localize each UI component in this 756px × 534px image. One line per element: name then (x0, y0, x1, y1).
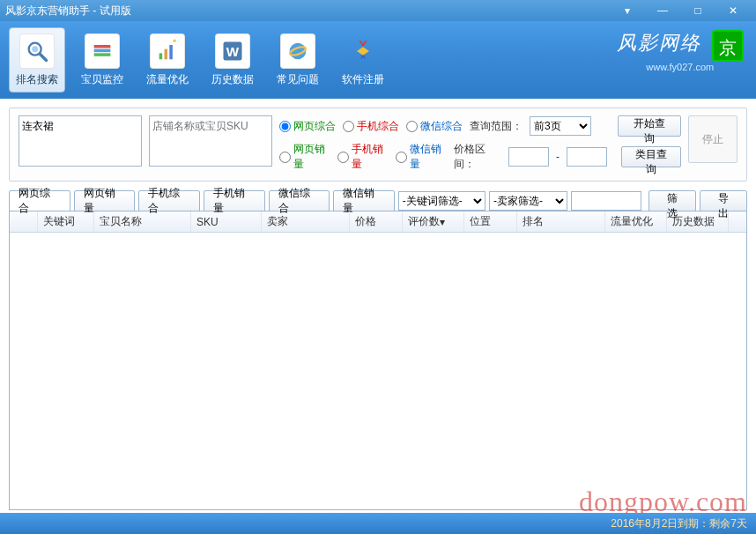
radio-web-comprehensive[interactable]: 网页综合 (279, 119, 336, 134)
chart-icon (150, 33, 185, 69)
tool-rank-search[interactable]: 排名搜索 (9, 27, 65, 93)
tab-web-sales[interactable]: 网页销量 (74, 190, 136, 211)
price-range-label: 价格区间： (454, 142, 501, 172)
tool-register[interactable]: 软件注册 (335, 27, 391, 93)
tool-label: 历史数据 (211, 72, 254, 87)
radio-web-sales[interactable]: 网页销量 (279, 142, 330, 172)
radio-wechat-comprehensive[interactable]: 微信综合 (406, 119, 463, 134)
svg-rect-3 (94, 45, 111, 48)
svg-marker-16 (357, 47, 369, 55)
th-blank[interactable] (10, 211, 38, 232)
radio-wechat-sales[interactable]: 微信销量 (396, 142, 447, 172)
status-text: 2016年8月2日到期：剩余7天 (611, 516, 747, 531)
tab-mobile-comprehensive[interactable]: 手机综合 (138, 190, 200, 211)
content-area: 连衣裙 网页综合 手机综合 微信综合 查询范围： 前3页 开始查询 网页销量 手… (0, 99, 756, 519)
sort-icon: ▾ (440, 216, 445, 228)
th-price[interactable]: 价格 (350, 211, 403, 232)
svg-rect-7 (165, 48, 168, 59)
th-seller[interactable]: 卖家 (262, 211, 350, 232)
status-bar: 2016年8月2日到期：剩余7天 (0, 513, 756, 534)
filter-panel: 连衣裙 网页综合 手机综合 微信综合 查询范围： 前3页 开始查询 网页销量 手… (9, 108, 747, 182)
book-icon (85, 33, 120, 69)
svg-rect-5 (94, 53, 111, 56)
th-history[interactable]: 历史数据 (667, 211, 729, 232)
tool-monitor[interactable]: 宝贝监控 (74, 27, 130, 93)
tool-label: 软件注册 (342, 72, 384, 87)
th-position[interactable]: 位置 (464, 211, 517, 232)
close-button[interactable]: ✕ (715, 2, 751, 19)
window-title: 风影京东营销助手 - 试用版 (5, 4, 610, 19)
range-select[interactable]: 前3页 (530, 116, 591, 136)
table-header: 关键词 宝贝名称 SKU 卖家 价格 评价数▾ 位置 排名 流量优化 历史数据 (10, 211, 746, 233)
brand-badge-icon: 京 (712, 30, 744, 62)
radio-mobile-sales[interactable]: 手机销量 (337, 142, 389, 172)
svg-text:W: W (226, 43, 240, 58)
dash-label: - (556, 151, 560, 163)
category-query-button[interactable]: 类目查询 (621, 146, 681, 167)
tabs-row: 网页综合 网页销量 手机综合 手机销量 微信综合 微信销量 -关键词筛选- -卖… (9, 190, 747, 211)
filter-text-input[interactable] (571, 191, 641, 211)
svg-rect-8 (169, 45, 173, 59)
tool-label: 排名搜索 (16, 72, 58, 87)
price-min-input[interactable] (508, 147, 549, 167)
tool-label: 流量优化 (146, 72, 189, 87)
brand-name: 风影网络 (617, 32, 701, 54)
ribbon-toolbar: 排名搜索 宝贝监控 流量优化 W 历史数据 常见问题 软件注册 风影网络 京 w… (0, 21, 756, 99)
tab-mobile-sales[interactable]: 手机销量 (204, 190, 265, 211)
shop-sku-input[interactable] (149, 115, 272, 167)
medal-icon (345, 33, 381, 69)
th-keyword[interactable]: 关键词 (38, 211, 94, 232)
title-bar: 风影京东营销助手 - 试用版 ▾ — □ ✕ (0, 0, 756, 21)
radio-mobile-comprehensive[interactable]: 手机综合 (343, 119, 399, 134)
ie-icon (280, 33, 315, 69)
filter-button[interactable]: 筛选 (649, 190, 696, 211)
th-item-name[interactable]: 宝贝名称 (94, 211, 191, 232)
tool-label: 宝贝监控 (81, 72, 123, 87)
tab-web-comprehensive[interactable]: 网页综合 (9, 190, 70, 211)
magnifier-icon (19, 33, 55, 69)
th-traffic-opt[interactable]: 流量优化 (605, 211, 667, 232)
svg-rect-4 (94, 48, 111, 52)
tool-label: 常见问题 (277, 72, 319, 87)
start-query-button[interactable]: 开始查询 (618, 115, 681, 137)
export-button[interactable]: 导出 (700, 190, 747, 211)
results-table: 关键词 宝贝名称 SKU 卖家 价格 评价数▾ 位置 排名 流量优化 历史数据 (9, 211, 747, 510)
dropdown-button[interactable]: ▾ (610, 2, 645, 19)
price-max-input[interactable] (567, 147, 607, 167)
tool-faq[interactable]: 常见问题 (270, 27, 326, 93)
keyword-filter-select[interactable]: -关键词筛选- (398, 191, 485, 211)
svg-marker-9 (173, 39, 177, 42)
keyword-input[interactable]: 连衣裙 (19, 115, 142, 167)
th-reviews[interactable]: 评价数▾ (403, 211, 464, 232)
tool-history[interactable]: W 历史数据 (204, 27, 261, 93)
svg-line-1 (41, 54, 47, 60)
word-icon: W (215, 33, 250, 69)
svg-marker-14 (359, 41, 367, 47)
svg-point-2 (32, 46, 38, 52)
tab-wechat-sales[interactable]: 微信销量 (333, 190, 395, 211)
maximize-button[interactable]: □ (680, 2, 715, 19)
seller-filter-select[interactable]: -卖家筛选- (489, 191, 567, 211)
stop-button[interactable]: 停止 (688, 115, 737, 163)
th-sku[interactable]: SKU (191, 211, 262, 232)
minimize-button[interactable]: — (645, 2, 680, 19)
tool-traffic[interactable]: 流量优化 (139, 27, 196, 93)
svg-rect-6 (159, 53, 163, 59)
brand-block: 风影网络 京 www.fy027.com (617, 30, 744, 72)
th-rank[interactable]: 排名 (517, 211, 605, 232)
range-label: 查询范围： (470, 119, 523, 134)
tab-wechat-comprehensive[interactable]: 微信综合 (269, 190, 330, 211)
